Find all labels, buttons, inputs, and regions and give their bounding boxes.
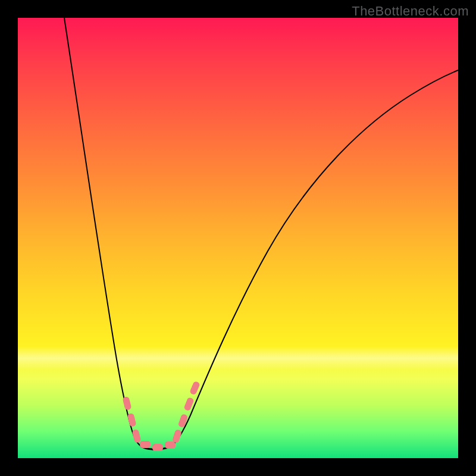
curve-right-arm bbox=[171, 70, 458, 446]
bottleneck-curve-chart bbox=[18, 18, 458, 458]
marker-bead bbox=[131, 429, 141, 443]
watermark-text: TheBottleneck.com bbox=[352, 4, 469, 19]
curve-left-arm bbox=[64, 18, 141, 446]
marker-bead bbox=[152, 444, 163, 451]
marker-bead bbox=[140, 441, 151, 448]
marker-bead bbox=[172, 429, 182, 443]
marker-bead bbox=[189, 381, 201, 396]
marker-bead bbox=[122, 396, 131, 411]
marker-bead bbox=[127, 413, 136, 427]
marker-bead bbox=[178, 414, 189, 428]
marker-bead bbox=[165, 441, 176, 449]
